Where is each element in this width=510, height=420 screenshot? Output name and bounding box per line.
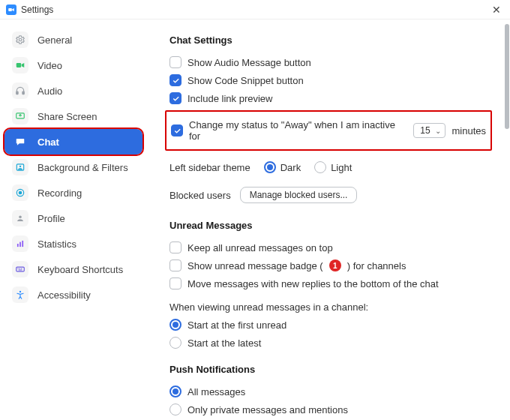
- svg-rect-4: [22, 92, 24, 94]
- opt-move-replies[interactable]: Move messages with new replies to the bo…: [170, 274, 488, 292]
- svg-rect-15: [18, 268, 19, 269]
- option-label: Dark: [280, 162, 301, 173]
- svg-rect-0: [8, 8, 12, 10]
- record-icon: [12, 184, 28, 201]
- checkbox-icon: [170, 260, 182, 272]
- radio-icon: [170, 319, 182, 331]
- svg-point-19: [20, 291, 21, 292]
- sidebar: General Video Audio Share Screen Chat: [0, 20, 147, 420]
- option-label: All messages: [188, 386, 245, 398]
- option-label: Change my status to "Away" when I am ina…: [189, 119, 407, 142]
- unread-badge: 1: [329, 260, 341, 272]
- checkbox-icon: [170, 278, 182, 290]
- sidebar-item-label: Audio: [38, 86, 62, 97]
- manage-blocked-button[interactable]: Manage blocked users...: [240, 187, 358, 203]
- option-label: Move messages with new replies to the bo…: [188, 278, 439, 290]
- sidebar-item-label: General: [38, 34, 72, 46]
- option-label: Keep all unread messages on top: [188, 242, 333, 254]
- sidebar-item-audio[interactable]: Audio: [4, 78, 142, 104]
- checkbox-icon: [170, 242, 182, 254]
- opt-start-latest[interactable]: Start at the latest: [170, 334, 488, 352]
- checkbox-icon: [170, 56, 182, 68]
- svg-rect-13: [22, 241, 23, 247]
- chat-icon: [12, 134, 28, 150]
- opt-show-audio[interactable]: Show Audio Message button: [170, 53, 488, 71]
- theme-label: Left sidebar theme: [170, 162, 250, 173]
- opt-push-private[interactable]: Only private messages and mentions: [170, 400, 488, 418]
- highlight-away-setting: Change my status to "Away" when I am ina…: [165, 110, 492, 151]
- sidebar-item-background[interactable]: Background & Filters: [4, 154, 142, 180]
- svg-rect-12: [20, 242, 21, 247]
- svg-point-9: [19, 191, 22, 194]
- checkbox-icon: [170, 92, 182, 104]
- opt-start-first[interactable]: Start at the first unread: [170, 316, 488, 334]
- opt-keep-top[interactable]: Keep all unread messages on top: [170, 238, 488, 256]
- theme-row: Left sidebar theme Dark Light: [170, 155, 488, 179]
- section-chat-settings: Chat Settings: [170, 34, 488, 46]
- section-unread: Unread Messages: [170, 220, 488, 231]
- sidebar-item-label: Keyboard Shortcuts: [38, 264, 123, 275]
- statistics-icon: [12, 236, 28, 252]
- sidebar-item-label: Background & Filters: [38, 162, 128, 173]
- keyboard-icon: [12, 261, 28, 278]
- svg-rect-16: [20, 268, 20, 269]
- sidebar-item-label: Accessibility: [38, 290, 91, 301]
- blocked-row: Blocked users Manage blocked users...: [170, 184, 488, 206]
- svg-rect-17: [21, 268, 22, 269]
- opt-unread-badge[interactable]: Show unread message badge ( 1 ) for chan…: [170, 256, 488, 274]
- radio-icon: [170, 337, 182, 349]
- titlebar: Settings ✕: [0, 0, 510, 20]
- sidebar-item-video[interactable]: Video: [4, 52, 142, 78]
- select-value: 15: [420, 125, 430, 136]
- sidebar-item-label: Share Screen: [38, 111, 98, 122]
- headphones-icon: [12, 82, 28, 99]
- sidebar-item-label: Recording: [38, 188, 82, 199]
- checkbox-icon: [171, 124, 183, 136]
- sidebar-item-share-screen[interactable]: Share Screen: [4, 104, 142, 129]
- opt-show-code[interactable]: Show Code Snippet button: [170, 71, 488, 89]
- svg-rect-18: [19, 270, 22, 271]
- chevron-down-icon: ⌄: [435, 127, 441, 135]
- sidebar-item-recording[interactable]: Recording: [4, 180, 142, 206]
- section-push: Push Notifications: [170, 364, 488, 375]
- option-label: Start at the first unread: [188, 320, 286, 331]
- sidebar-item-keyboard[interactable]: Keyboard Shortcuts: [4, 256, 142, 282]
- blocked-label: Blocked users: [170, 190, 231, 201]
- sidebar-item-statistics[interactable]: Statistics: [4, 231, 142, 256]
- video-icon: [12, 57, 28, 74]
- scrollbar[interactable]: [505, 24, 509, 416]
- when-viewing-label: When viewing unread messages in a channe…: [170, 298, 488, 316]
- background-icon: [12, 159, 28, 176]
- option-label: ) for channels: [347, 260, 406, 272]
- svg-point-7: [20, 166, 21, 167]
- theme-light-option[interactable]: Light: [314, 158, 352, 176]
- radio-icon: [170, 404, 182, 416]
- option-label: Include link preview: [188, 93, 272, 104]
- sidebar-item-profile[interactable]: Profile: [4, 206, 142, 231]
- sidebar-item-label: Chat: [38, 136, 59, 148]
- away-minutes-select[interactable]: 15 ⌄: [413, 123, 446, 138]
- opt-push-all[interactable]: All messages: [170, 382, 488, 400]
- profile-icon: [12, 210, 28, 226]
- svg-rect-3: [16, 92, 18, 94]
- radio-icon: [314, 161, 326, 173]
- option-label: Light: [331, 162, 352, 173]
- sidebar-item-accessibility[interactable]: Accessibility: [4, 282, 142, 308]
- gear-icon: [12, 32, 28, 48]
- share-screen-icon: [12, 108, 28, 124]
- sidebar-item-chat[interactable]: Chat: [4, 129, 142, 154]
- sidebar-item-general[interactable]: General: [4, 27, 142, 52]
- opt-away-status[interactable]: Change my status to "Away" when I am ina…: [171, 116, 486, 145]
- label: When viewing unread messages in a channe…: [170, 302, 368, 313]
- option-label: Only private messages and mentions: [188, 404, 348, 416]
- scrollbar-thumb[interactable]: [505, 24, 509, 129]
- opt-include-link[interactable]: Include link preview: [170, 89, 488, 107]
- theme-dark-option[interactable]: Dark: [264, 158, 301, 176]
- option-label: Show Code Snippet button: [188, 75, 304, 86]
- radio-icon: [170, 386, 182, 398]
- settings-content: Chat Settings Show Audio Message button …: [147, 20, 510, 420]
- option-label: Start at the latest: [188, 338, 261, 349]
- close-icon[interactable]: ✕: [489, 2, 504, 17]
- accessibility-icon: [12, 286, 28, 303]
- svg-point-1: [19, 38, 22, 41]
